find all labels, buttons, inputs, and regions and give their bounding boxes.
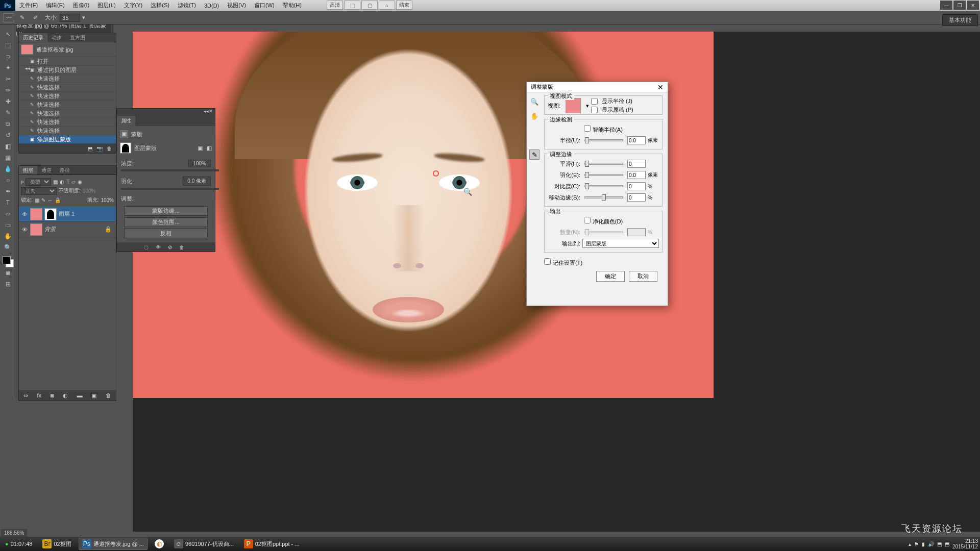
minimize-button[interactable]: — — [940, 1, 952, 10]
feather-slider[interactable] — [584, 174, 623, 176]
menu-3d[interactable]: 3D(D) — [200, 3, 223, 9]
tray-ico[interactable]: ⬒ — [937, 541, 942, 547]
maximize-button[interactable]: ❐ — [953, 1, 966, 10]
zoom-status[interactable]: 188.56% — [1, 529, 27, 537]
menu-filter[interactable]: 滤镜(T) — [174, 2, 200, 9]
show-radius-checkbox[interactable]: 显示半径 (J) — [591, 97, 633, 105]
density-value[interactable]: 100% — [188, 160, 211, 167]
zoom-tool-icon[interactable]: 🔍 — [529, 96, 540, 107]
lock-ico2[interactable]: ✎ — [41, 197, 45, 203]
mask-edge-button[interactable]: 蒙版边缘... — [124, 206, 208, 216]
size-input[interactable] — [60, 14, 80, 22]
workspace-switcher[interactable]: 基本功能 — [942, 14, 978, 26]
taskbar-app4[interactable]: ☺96019077-优设商... — [171, 538, 237, 549]
load-sel-icon[interactable]: ◌ — [144, 244, 149, 250]
stamp-tool[interactable]: ⧉ — [2, 119, 14, 129]
pixel-mask-icon[interactable]: ▣ — [198, 145, 203, 152]
record-indicator[interactable]: ●01:07:48 — [2, 540, 35, 548]
gradient-tool[interactable]: ▦ — [2, 153, 14, 163]
blur-tool[interactable]: 💧 — [2, 164, 14, 174]
filter-ico5[interactable]: ◉ — [78, 179, 82, 185]
camera-icon[interactable]: 📷 — [96, 146, 103, 152]
color-swatches[interactable] — [3, 256, 14, 267]
lock-ico3[interactable]: ↔ — [47, 197, 53, 203]
feather-slider[interactable] — [121, 188, 219, 190]
tab-layers[interactable]: 图层 — [19, 166, 37, 174]
menu-file[interactable]: 文件(F) — [15, 2, 42, 9]
lasso-tool[interactable]: ⊃ — [2, 52, 14, 62]
shape-tool[interactable]: ▭ — [2, 220, 14, 230]
smart-radius-checkbox[interactable]: 智能半径(A) — [584, 125, 623, 134]
menu-view[interactable]: 视图(V) — [223, 2, 250, 9]
quickmask-tool[interactable]: ◙ — [2, 268, 14, 278]
taskbar-chrome[interactable]: ◐ — [152, 538, 167, 549]
dialog-title-bar[interactable]: 调整蒙版 ✕ — [527, 82, 668, 92]
tray-flag-icon[interactable]: ⚑ — [914, 541, 919, 547]
mask-type-icon[interactable]: ▣ — [120, 130, 128, 138]
filter-ico4[interactable]: ▱ — [71, 179, 76, 185]
group-icon[interactable]: ▬ — [77, 392, 83, 398]
feather-input[interactable] — [627, 171, 646, 179]
tray-date[interactable]: 2015/11/12 — [952, 544, 978, 549]
view-thumbnail[interactable] — [566, 98, 581, 113]
eraser-tool[interactable]: ◧ — [2, 141, 14, 152]
vector-mask-icon[interactable]: ◧ — [207, 145, 212, 152]
tab-channels[interactable]: 通道 — [37, 166, 56, 174]
cancel-button[interactable]: 取消 — [629, 271, 657, 282]
filter-ico1[interactable]: ▦ — [53, 179, 58, 185]
taskbar-ppt[interactable]: P02抠图ppt.ppt - ... — [241, 538, 303, 549]
panel-close-icon[interactable]: ✕ — [209, 109, 213, 116]
mask-btn-icon[interactable]: ◙ — [51, 392, 54, 398]
filter-ico2[interactable]: ◐ — [60, 179, 64, 185]
decontaminate-checkbox[interactable]: 净化颜色(D) — [584, 217, 623, 226]
tc-box-3[interactable]: ⌂ — [379, 1, 395, 10]
layer-mask-thumb[interactable] — [44, 208, 57, 220]
history-document[interactable]: 通道抠卷发.jpg — [19, 42, 116, 57]
output-to-select[interactable]: 图层蒙版 — [582, 239, 659, 248]
pen-tool[interactable]: ✒ — [2, 186, 14, 196]
fx-icon[interactable]: fx — [37, 392, 42, 398]
brush-preview-icon[interactable]: 〰 — [3, 13, 14, 22]
fill-value[interactable]: 100% — [101, 197, 114, 203]
feather-value[interactable]: 0.0 像素 — [183, 177, 211, 186]
path-tool[interactable]: ▱ — [2, 209, 14, 219]
apply-icon[interactable]: 👁 — [156, 244, 161, 250]
visibility-icon[interactable]: 👁 — [21, 211, 28, 217]
hand-tool[interactable]: ✋ — [2, 231, 14, 241]
tab-histogram[interactable]: 直方图 — [66, 33, 89, 42]
new-layer-icon[interactable]: ▣ — [91, 392, 96, 399]
tab-actions[interactable]: 动作 — [47, 33, 66, 42]
tab-properties[interactable]: 属性 — [117, 116, 135, 126]
filter-ico3[interactable]: T — [66, 179, 69, 185]
color-range-button[interactable]: 颜色范围... — [124, 217, 208, 227]
view-dropdown-icon[interactable]: ▾ — [586, 103, 589, 109]
menu-help[interactable]: 帮助(H) — [279, 2, 306, 9]
dodge-tool[interactable]: ○ — [2, 175, 14, 185]
layer-name[interactable]: 图层 1 — [59, 210, 75, 218]
shift-input[interactable] — [627, 193, 646, 202]
menu-type[interactable]: 文字(Y) — [120, 2, 147, 9]
refine-brush-icon[interactable]: ✎ — [529, 149, 540, 160]
smooth-slider[interactable] — [584, 163, 623, 165]
visibility-icon[interactable]: 👁 — [21, 227, 28, 233]
fg-color[interactable] — [3, 256, 11, 264]
crop-tool[interactable]: ✂ — [2, 74, 14, 84]
radius-slider[interactable] — [584, 139, 623, 141]
shift-slider[interactable] — [584, 196, 623, 198]
layer-row-selected[interactable]: 👁 图层 1 — [19, 207, 116, 222]
density-slider[interactable] — [121, 169, 219, 171]
taskbar-bridge[interactable]: Br02抠图 — [39, 538, 74, 549]
close-button[interactable]: ✕ — [967, 1, 979, 10]
blend-mode-select[interactable]: 正常 — [21, 187, 57, 195]
lock-ico1[interactable]: ▦ — [35, 197, 39, 203]
hand-tool-icon[interactable]: ✋ — [529, 111, 540, 121]
lock-ico4[interactable]: 🔒 — [55, 197, 61, 203]
tc-end[interactable]: 结束 — [396, 1, 412, 10]
dialog-close-icon[interactable]: ✕ — [657, 83, 664, 91]
tc-hd[interactable]: 高清 — [327, 1, 343, 10]
type-tool[interactable]: T — [2, 197, 14, 208]
history-brush-tool[interactable]: ↺ — [2, 130, 14, 140]
menu-window[interactable]: 窗口(W) — [250, 2, 279, 9]
layer-row[interactable]: 👁 背景 🔒 — [19, 222, 116, 237]
move-tool[interactable]: ↖ — [2, 29, 14, 39]
